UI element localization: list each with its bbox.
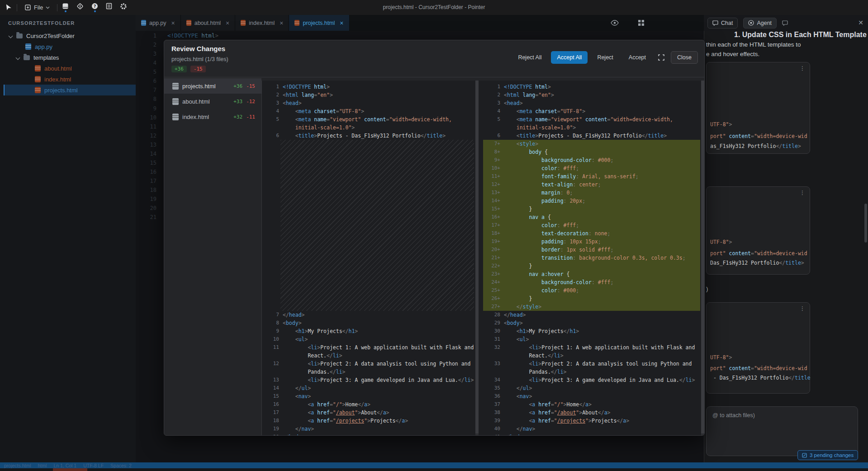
diff-line-original[interactable]: 10 <ul> xyxy=(262,335,475,343)
more-options-icon[interactable]: ⋮ xyxy=(800,65,806,71)
diff-line-modified[interactable]: 14+ padding: 20px; xyxy=(483,197,700,205)
diff-line-original[interactable]: 14 </ul> xyxy=(262,384,475,392)
status-item[interactable]: Ln 1, Col 1 xyxy=(53,463,76,468)
diff-line-modified[interactable]: 21+ transition: background-color 0.3s, c… xyxy=(483,254,700,262)
diff-line-original[interactable]: 9 <h1>My Projects</h1> xyxy=(262,327,475,335)
diff-line-modified[interactable]: 9+ background-color: #000; xyxy=(483,156,700,164)
split-editor-button[interactable] xyxy=(638,19,645,26)
diff-line-modified[interactable]: React.</li> xyxy=(483,352,700,360)
diff-line-modified[interactable]: 22+ } xyxy=(483,262,700,270)
diff-line-modified[interactable]: 25+ color: #000; xyxy=(483,286,700,295)
diff-line-original[interactable]: 6 <title>Projects - Das_F1sHy312 Portfol… xyxy=(262,132,475,140)
diff-line-modified[interactable]: 18+ text-decoration: none; xyxy=(483,229,700,238)
diff-line-modified[interactable]: 20+ border: 1px solid #fff; xyxy=(483,246,700,254)
diff-line-original[interactable]: 5 <meta name="viewport" content="width=d… xyxy=(262,115,475,124)
diff-line-modified[interactable]: 30 <h1>My Projects</h1> xyxy=(483,327,700,335)
status-item[interactable]: UTF-8 LF xyxy=(83,463,104,468)
diff-line-modified[interactable]: initial-scale=1.0"> xyxy=(483,124,700,132)
diff-line-modified[interactable]: 27+ </style> xyxy=(483,303,700,311)
diff-line-modified[interactable]: 35 </ul> xyxy=(483,384,700,392)
diff-line-original[interactable]: 4 <meta charset="UTF-8"> xyxy=(262,107,475,115)
diff-line-modified[interactable]: 33 <li>Project 2: A data analysis tool u… xyxy=(483,360,700,368)
close-panel-icon[interactable]: ✕ xyxy=(858,19,863,26)
close-tab-icon[interactable]: × xyxy=(340,19,343,27)
diff-line-original[interactable]: 16 <a href="/">Home</a> xyxy=(262,400,475,409)
tab-about-html[interactable]: about.html× xyxy=(181,15,236,31)
sidebar-item-projects-html[interactable]: projects.html xyxy=(4,85,136,95)
diff-line-modified[interactable]: 4 <meta charset="UTF-8"> xyxy=(483,107,700,115)
close-button[interactable]: Close xyxy=(671,51,698,64)
diff-line-modified[interactable]: 28</head> xyxy=(483,311,700,319)
pending-changes-badge[interactable]: 3 pending changes xyxy=(797,450,858,460)
diff-line-original[interactable]: initial-scale=1.0"> xyxy=(262,124,475,132)
diff-line-modified[interactable]: 15+ } xyxy=(483,205,700,213)
sidebar-item-templates[interactable]: templates xyxy=(0,52,136,63)
diff-line-modified[interactable]: Pandas.</li> xyxy=(483,368,700,376)
diff-line-modified[interactable]: 37 <a href="/">Home</a> xyxy=(483,400,700,409)
changed-file-row-projects-html[interactable]: projects.html+36-15 xyxy=(164,78,261,94)
chat-tab-button[interactable]: Chat xyxy=(707,18,738,29)
diff-line-modified[interactable]: 12+ text-align: center; xyxy=(483,181,700,189)
status-item[interactable]: Spaces: 2 xyxy=(110,463,132,468)
diff-line-modified[interactable]: 41</body> xyxy=(483,433,700,435)
diff-line-modified[interactable]: 34 <li>Project 3: A game developed in Ja… xyxy=(483,376,700,384)
diff-line-original[interactable]: 8<body> xyxy=(262,319,475,327)
reject-button[interactable]: Reject xyxy=(591,51,619,64)
diff-line-modified[interactable]: 23+ nav a:hover { xyxy=(483,270,700,278)
diff-line-modified[interactable]: 36 <nav> xyxy=(483,392,700,400)
diff-line-original[interactable]: 15 <nav> xyxy=(262,392,475,400)
diff-line-modified[interactable]: 8+ body { xyxy=(483,148,700,156)
more-options-icon[interactable]: ⋮ xyxy=(800,190,806,196)
diff-line-original[interactable]: 7</head> xyxy=(262,311,475,319)
diff-line-modified[interactable]: 10+ color: #fff; xyxy=(483,164,700,172)
changed-file-row-about-html[interactable]: about.html+33-12 xyxy=(164,94,261,109)
diff-line-modified[interactable]: 11+ font-family: Arial, sans-serif; xyxy=(483,172,700,181)
diff-line-original[interactable]: 20</body> xyxy=(262,433,475,435)
diff-line-original[interactable]: 11 <li>Project 1: A web application buil… xyxy=(262,343,475,352)
diff-line-original[interactable]: 3<head> xyxy=(262,99,475,107)
diff-line-modified[interactable]: 5 <meta name="viewport" content="width=d… xyxy=(483,115,700,124)
status-item[interactable]: html xyxy=(38,463,47,468)
diff-line-modified[interactable]: 3<head> xyxy=(483,99,700,107)
accept-button[interactable]: Accept xyxy=(623,51,652,64)
diff-line-original[interactable]: 17 <a href="/about">About</a> xyxy=(262,409,475,417)
diff-scrollbar[interactable] xyxy=(701,81,704,435)
diff-line-original[interactable]: 12 <li>Project 2: A data analysis tool u… xyxy=(262,360,475,368)
diff-line-modified[interactable]: 16+ nav a { xyxy=(483,213,700,221)
diff-line-modified[interactable]: 17+ color: #fff; xyxy=(483,221,700,229)
diff-line-original[interactable]: 19 </nav> xyxy=(262,425,475,433)
accept-all-button[interactable]: Accept All xyxy=(551,51,588,64)
tab-index-html[interactable]: index.html× xyxy=(235,15,289,31)
status-item[interactable]: projects.html xyxy=(4,463,31,468)
diff-line-original[interactable]: React.</li> xyxy=(262,352,475,360)
tab-app-py[interactable]: app.py× xyxy=(136,15,181,31)
diff-line-modified[interactable]: 2<html lang="en"> xyxy=(483,91,700,99)
diff-line-modified[interactable]: 26+ } xyxy=(483,295,700,303)
diff-line-original[interactable]: Pandas.</li> xyxy=(262,368,475,376)
tab-projects-html[interactable]: projects.html× xyxy=(289,15,349,31)
diff-line-modified[interactable]: 7+ <style> xyxy=(483,140,700,148)
diff-line-original[interactable]: 1<!DOCTYPE html> xyxy=(262,83,475,91)
close-tab-icon[interactable]: × xyxy=(226,19,229,27)
diff-line-modified[interactable]: 38 <a href="/about">About</a> xyxy=(483,409,700,417)
close-tab-icon[interactable]: × xyxy=(171,19,175,27)
diff-line-modified[interactable]: 1<!DOCTYPE html> xyxy=(483,83,700,91)
diff-line-modified[interactable]: 29<body> xyxy=(483,319,700,327)
close-tab-icon[interactable]: × xyxy=(280,19,283,27)
diff-line-modified[interactable]: 6 <title>Projects - Das_F1sHy312 Portfol… xyxy=(483,132,700,140)
more-options-icon[interactable]: ⋮ xyxy=(800,305,806,312)
chat-input-box[interactable]: @ to attach files) Send xyxy=(706,406,858,456)
panel-scrollbar[interactable] xyxy=(864,204,867,243)
diff-line-modified[interactable]: 32 <li>Project 1: A web application buil… xyxy=(483,343,700,352)
changed-file-row-index-html[interactable]: index.html+32-11 xyxy=(164,109,261,124)
fullscreen-button[interactable] xyxy=(655,51,667,64)
preview-button[interactable] xyxy=(611,20,619,26)
sidebar-item-app-py[interactable]: app.py xyxy=(0,41,136,52)
diff-line-modified[interactable]: 24+ background-color: #fff; xyxy=(483,278,700,286)
agent-tab-button[interactable]: Agent xyxy=(743,18,777,29)
sidebar-item-about-html[interactable]: about.html xyxy=(0,63,136,74)
diff-line-original[interactable]: 2<html lang="en"> xyxy=(262,91,475,99)
diff-line-modified[interactable]: 40 </nav> xyxy=(483,425,700,433)
diff-line-modified[interactable]: 19+ padding: 10px 15px; xyxy=(483,238,700,246)
reject-all-button[interactable]: Reject All xyxy=(512,51,547,64)
